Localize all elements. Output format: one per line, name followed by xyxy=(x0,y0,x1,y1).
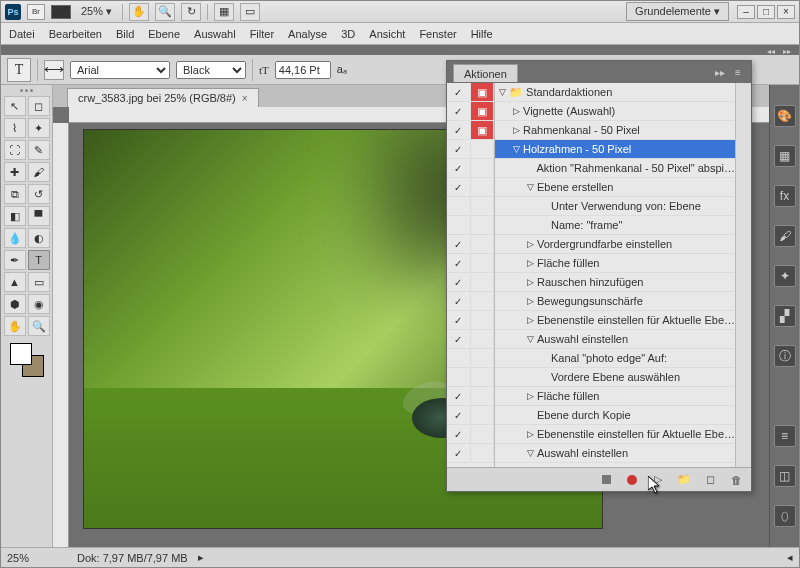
action-item[interactable]: ▷Ebenenstile einstellen für Aktuelle Ebe… xyxy=(495,425,735,444)
action-toggle[interactable] xyxy=(447,83,471,101)
bridge-icon[interactable]: Br xyxy=(27,4,45,20)
action-item[interactable]: Vordere Ebene auswählen xyxy=(495,368,735,387)
action-item[interactable]: Unter Verwendung von: Ebene xyxy=(495,197,735,216)
scroll-left-icon[interactable]: ◂ xyxy=(787,551,793,564)
action-dialog-toggle[interactable] xyxy=(471,254,495,272)
action-toggle[interactable] xyxy=(447,406,471,424)
healing-tool[interactable]: ✚ xyxy=(4,162,26,182)
collapse-right-icon[interactable]: ▸▸ xyxy=(783,47,795,53)
actions-scrollbar[interactable] xyxy=(735,83,751,467)
action-toggle[interactable] xyxy=(447,254,471,272)
action-dialog-toggle[interactable] xyxy=(471,349,495,367)
menu-bild[interactable]: Bild xyxy=(116,28,134,40)
disclosure-icon[interactable]: ▷ xyxy=(527,277,537,287)
disclosure-icon[interactable]: ▷ xyxy=(513,125,523,135)
menu-analyse[interactable]: Analyse xyxy=(288,28,327,40)
brush-tool[interactable]: 🖌 xyxy=(28,162,50,182)
action-toggle[interactable] xyxy=(447,444,471,462)
actions-panel-header[interactable]: Aktionen ▸▸ ≡ xyxy=(447,61,751,83)
disclosure-icon[interactable]: ▽ xyxy=(513,144,523,154)
menu-datei[interactable]: Datei xyxy=(9,28,35,40)
info-panel-icon[interactable]: ⓘ xyxy=(774,345,796,367)
menu-auswahl[interactable]: Auswahl xyxy=(194,28,236,40)
action-toggle[interactable] xyxy=(447,330,471,348)
action-dialog-toggle[interactable] xyxy=(471,273,495,291)
action-dialog-toggle[interactable]: ▣ xyxy=(471,83,495,101)
collapse-left-icon[interactable]: ◂◂ xyxy=(767,47,779,53)
styles-panel-icon[interactable]: fx xyxy=(774,185,796,207)
rotate-view-btn[interactable]: ↻ xyxy=(181,3,201,21)
shape-tool[interactable]: ▭ xyxy=(28,272,50,292)
channels-panel-icon[interactable]: ◫ xyxy=(774,465,796,487)
action-toggle[interactable] xyxy=(447,425,471,443)
status-zoom[interactable]: 25% xyxy=(7,552,67,564)
menu-fenster[interactable]: Fenster xyxy=(419,28,456,40)
disclosure-icon[interactable]: ▷ xyxy=(527,315,537,325)
history-brush-tool[interactable]: ↺ xyxy=(28,184,50,204)
action-toggle[interactable] xyxy=(447,349,471,367)
navigator-panel-icon[interactable]: ✦ xyxy=(774,265,796,287)
paths-panel-icon[interactable]: ⬯ xyxy=(774,505,796,527)
action-item[interactable]: ▽Holzrahmen - 50 Pixel xyxy=(495,140,735,159)
action-item[interactable]: ▽📁 Standardaktionen xyxy=(495,83,735,102)
action-item[interactable]: ▽Auswahl einstellen xyxy=(495,444,735,463)
action-item[interactable]: ▷Fläche füllen xyxy=(495,254,735,273)
disclosure-icon[interactable]: ▽ xyxy=(499,87,509,97)
disclosure-icon[interactable]: ▽ xyxy=(527,334,537,344)
color-panel-icon[interactable]: 🎨 xyxy=(774,105,796,127)
new-action-button[interactable]: ◻ xyxy=(703,473,717,487)
minimize-btn[interactable]: – xyxy=(737,5,755,19)
disclosure-icon[interactable]: ▽ xyxy=(527,448,537,458)
workspace-select[interactable]: Grundelemente ▾ xyxy=(626,2,729,21)
3d-tool[interactable]: ⬢ xyxy=(4,294,26,314)
foreground-color[interactable] xyxy=(10,343,32,365)
eraser-tool[interactable]: ◧ xyxy=(4,206,26,226)
action-toggle[interactable] xyxy=(447,292,471,310)
path-select-tool[interactable]: ▲ xyxy=(4,272,26,292)
action-dialog-toggle[interactable] xyxy=(471,444,495,462)
action-toggle[interactable] xyxy=(447,273,471,291)
actions-tab[interactable]: Aktionen xyxy=(453,64,518,82)
menu-filter[interactable]: Filter xyxy=(250,28,274,40)
gradient-tool[interactable]: ▀ xyxy=(28,206,50,226)
disclosure-icon[interactable]: ▷ xyxy=(527,258,537,268)
play-button[interactable]: ▷ xyxy=(651,473,665,487)
action-item[interactable]: Aktion "Rahmenkanal - 50 Pixel" abspi… xyxy=(495,159,735,178)
action-dialog-toggle[interactable] xyxy=(471,368,495,386)
action-dialog-toggle[interactable] xyxy=(471,178,495,196)
maximize-btn[interactable]: □ xyxy=(757,5,775,19)
screen-mode-btn[interactable]: ▭ xyxy=(240,3,260,21)
delete-button[interactable]: 🗑 xyxy=(729,473,743,487)
action-toggle[interactable] xyxy=(447,197,471,215)
panel-collapse-icon[interactable]: ▸▸ xyxy=(713,65,727,79)
action-toggle[interactable] xyxy=(447,159,471,177)
color-swatches[interactable] xyxy=(10,343,44,377)
close-btn[interactable]: × xyxy=(777,5,795,19)
menu-hilfe[interactable]: Hilfe xyxy=(471,28,493,40)
eyedropper-tool[interactable]: ✎ xyxy=(28,140,50,160)
action-toggle[interactable] xyxy=(447,102,471,120)
disclosure-icon[interactable]: ▽ xyxy=(527,182,537,192)
action-dialog-toggle[interactable] xyxy=(471,292,495,310)
action-dialog-toggle[interactable] xyxy=(471,406,495,424)
action-toggle[interactable] xyxy=(447,178,471,196)
status-menu-arrow[interactable]: ▸ xyxy=(198,551,204,564)
action-dialog-toggle[interactable] xyxy=(471,330,495,348)
action-dialog-toggle[interactable]: ▣ xyxy=(471,102,495,120)
swatches-panel-icon[interactable]: ▦ xyxy=(774,145,796,167)
layers-panel-icon[interactable]: ≡ xyxy=(774,425,796,447)
action-dialog-toggle[interactable] xyxy=(471,216,495,234)
type-tool[interactable]: T xyxy=(28,250,50,270)
3d-camera-tool[interactable]: ◉ xyxy=(28,294,50,314)
move-tool[interactable]: ↖ xyxy=(4,96,26,116)
zoom-tool[interactable]: 🔍 xyxy=(28,316,50,336)
action-toggle[interactable] xyxy=(447,235,471,253)
hand-tool-btn[interactable]: ✋ xyxy=(129,3,149,21)
action-item[interactable]: Ebene durch Kopie xyxy=(495,406,735,425)
action-item[interactable]: ▷Bewegungsunschärfe xyxy=(495,292,735,311)
menu-bearbeiten[interactable]: Bearbeiten xyxy=(49,28,102,40)
action-item[interactable]: ▽Ebene erstellen xyxy=(495,178,735,197)
action-toggle[interactable] xyxy=(447,311,471,329)
record-button[interactable] xyxy=(625,473,639,487)
blur-tool[interactable]: 💧 xyxy=(4,228,26,248)
